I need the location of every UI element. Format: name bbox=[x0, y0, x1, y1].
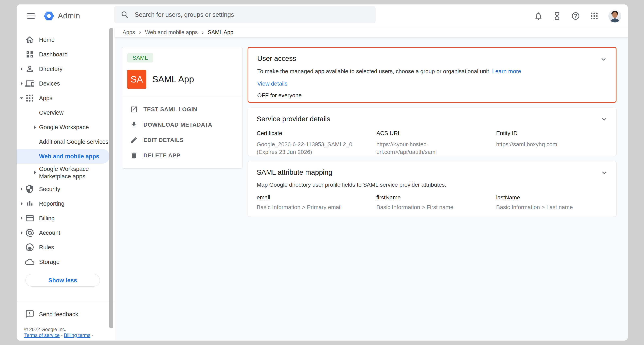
field-value: Basic Information > First name bbox=[376, 204, 496, 210]
field-value: Basic Information > Primary email bbox=[257, 204, 376, 210]
sidebar-item-label: Google Workspace Marketplace apps bbox=[39, 165, 104, 180]
account-avatar[interactable] bbox=[608, 10, 621, 22]
sidebar-item-label: Additional Google services bbox=[39, 138, 108, 145]
avatar-face bbox=[612, 12, 618, 18]
sidebar-item-label: Billing bbox=[39, 215, 54, 222]
attribute-mapping-title: SAML attribute mapping bbox=[257, 168, 608, 176]
menu-button[interactable] bbox=[27, 12, 36, 20]
service-provider-card[interactable]: Service provider details Certificate Goo… bbox=[248, 108, 616, 156]
search-icon bbox=[120, 10, 130, 19]
action-label: EDIT DETAILS bbox=[144, 137, 184, 144]
breadcrumb-separator-icon: › bbox=[139, 29, 141, 36]
sidebar-item-google-workspace[interactable]: Google Workspace bbox=[16, 120, 115, 134]
sidebar-item-dashboard[interactable]: Dashboard bbox=[16, 47, 115, 62]
notifications-button[interactable] bbox=[533, 11, 544, 21]
menu-icon bbox=[27, 13, 36, 14]
sidebar-item-web-and-mobile-apps[interactable]: Web and mobile apps bbox=[16, 149, 110, 164]
field-value: (Expires 23 Jun 2026) bbox=[257, 148, 376, 156]
sidebar-item-reporting[interactable]: Reporting bbox=[16, 196, 115, 211]
admin-console-window: Admin bbox=[16, 4, 628, 340]
app-actions: TEST SAML LOGIN DOWNLOAD METADATA EDIT D… bbox=[122, 96, 242, 163]
settings-column: User access To make the managed app avai… bbox=[248, 47, 616, 340]
sidebar-item-label: Overview bbox=[39, 110, 64, 116]
dashboard-icon bbox=[25, 50, 34, 59]
sidebar-scrollbar[interactable] bbox=[109, 28, 113, 328]
top-app-bar: Admin bbox=[16, 4, 628, 27]
app-launcher-button[interactable] bbox=[589, 11, 600, 21]
user-access-description: To make the managed app available to sel… bbox=[257, 68, 490, 74]
chevron-down-icon bbox=[600, 115, 608, 123]
arrow-right-icon bbox=[18, 229, 26, 236]
action-label: DELETE APP bbox=[144, 152, 180, 159]
sidebar-item-billing[interactable]: Billing bbox=[16, 211, 115, 226]
download-metadata-button[interactable]: DOWNLOAD METADATA bbox=[122, 117, 242, 132]
sidebar: Home Dashboard Directory Devices bbox=[16, 27, 115, 340]
footer-link-separator: - bbox=[92, 332, 93, 338]
pending-tasks-button[interactable] bbox=[552, 11, 562, 21]
attribute-mapping-expand-button[interactable] bbox=[600, 168, 608, 177]
sidebar-item-devices[interactable]: Devices bbox=[16, 76, 115, 91]
sidebar-item-label: Account bbox=[39, 230, 60, 236]
avatar-shirt bbox=[610, 18, 620, 22]
action-label: TEST SAML LOGIN bbox=[144, 106, 198, 113]
devices-icon bbox=[25, 79, 34, 88]
field-value: Google_2026-6-22-113953_SAML2_0 bbox=[257, 140, 376, 148]
view-details-link[interactable]: View details bbox=[257, 80, 288, 87]
arrow-right-icon bbox=[18, 214, 26, 222]
sidebar-item-account[interactable]: Account bbox=[16, 226, 115, 240]
terms-of-service-link[interactable]: Terms of service bbox=[24, 332, 60, 338]
hourglass-icon bbox=[552, 12, 562, 20]
app-title: SAML App bbox=[152, 74, 194, 84]
user-access-expand-button[interactable] bbox=[599, 55, 608, 64]
edit-details-button[interactable]: EDIT DETAILS bbox=[122, 132, 242, 148]
test-saml-login-button[interactable]: TEST SAML LOGIN bbox=[122, 102, 242, 117]
sidebar-item-apps[interactable]: Apps bbox=[16, 91, 115, 105]
arrow-right-icon bbox=[18, 200, 26, 208]
firstname-mapping-field: firstName Basic Information > First name bbox=[376, 194, 496, 210]
send-feedback-label: Send feedback bbox=[39, 311, 78, 318]
sidebar-item-label: Apps bbox=[39, 95, 52, 102]
breadcrumb-current-page: SAML App bbox=[208, 29, 234, 36]
sidebar-item-security[interactable]: Security bbox=[16, 182, 115, 196]
field-value: Basic Information > Last name bbox=[496, 204, 608, 210]
breadcrumb-apps[interactable]: Apps bbox=[122, 29, 135, 36]
help-button[interactable] bbox=[570, 11, 581, 21]
page-body: SAML SA SAML App TEST SAML LOGIN DO bbox=[115, 38, 628, 340]
sidebar-item-label: Web and mobile apps bbox=[39, 153, 99, 160]
sidebar-item-home[interactable]: Home bbox=[16, 32, 115, 47]
service-provider-expand-button[interactable] bbox=[600, 115, 608, 124]
app-identity: SA SAML App bbox=[127, 70, 237, 89]
sidebar-item-storage[interactable]: Storage bbox=[16, 254, 115, 269]
footer-link-separator: - bbox=[61, 332, 62, 338]
sidebar-item-rules[interactable]: Rules bbox=[16, 240, 115, 254]
main-content: Apps › Web and mobile apps › SAML App SA… bbox=[115, 27, 628, 340]
search-input[interactable] bbox=[135, 11, 357, 18]
search-bar[interactable] bbox=[114, 6, 376, 23]
user-access-card[interactable]: User access To make the managed app avai… bbox=[248, 47, 616, 103]
field-value: url.com>/api/oauth/saml bbox=[376, 148, 496, 156]
sidebar-item-additional-google-services[interactable]: Additional Google services bbox=[16, 134, 115, 149]
breadcrumb-web-and-mobile-apps[interactable]: Web and mobile apps bbox=[145, 29, 198, 36]
apps-grid-icon bbox=[590, 12, 599, 20]
field-label: email bbox=[257, 194, 376, 201]
admin-logo: Admin bbox=[43, 11, 80, 21]
attribute-mapping-description: Map Google directory user profile fields… bbox=[257, 182, 608, 188]
show-less-button[interactable]: Show less bbox=[26, 274, 100, 286]
sidebar-item-overview[interactable]: Overview bbox=[16, 105, 115, 120]
learn-more-link[interactable]: Learn more bbox=[492, 68, 521, 74]
sidebar-item-directory[interactable]: Directory bbox=[16, 62, 115, 76]
delete-app-button[interactable]: DELETE APP bbox=[122, 148, 242, 163]
send-feedback-button[interactable]: Send feedback bbox=[16, 302, 115, 326]
attribute-mapping-card[interactable]: SAML attribute mapping Map Google direct… bbox=[248, 161, 616, 217]
chevron-down-icon bbox=[600, 169, 608, 177]
billing-terms-link[interactable]: Billing terms bbox=[64, 332, 90, 338]
user-access-status: OFF for everyone bbox=[257, 92, 607, 99]
sidebar-item-marketplace-apps[interactable]: Google Workspace Marketplace apps bbox=[16, 164, 115, 182]
sidebar-item-label: Storage bbox=[39, 259, 60, 265]
arrow-right-icon bbox=[31, 169, 39, 176]
arrow-right-icon bbox=[18, 185, 26, 193]
action-label: DOWNLOAD METADATA bbox=[144, 122, 212, 128]
chevron-down-icon bbox=[600, 55, 608, 63]
arrow-right-icon bbox=[18, 65, 26, 73]
certificate-field: Certificate Google_2026-6-22-113953_SAML… bbox=[257, 130, 376, 156]
